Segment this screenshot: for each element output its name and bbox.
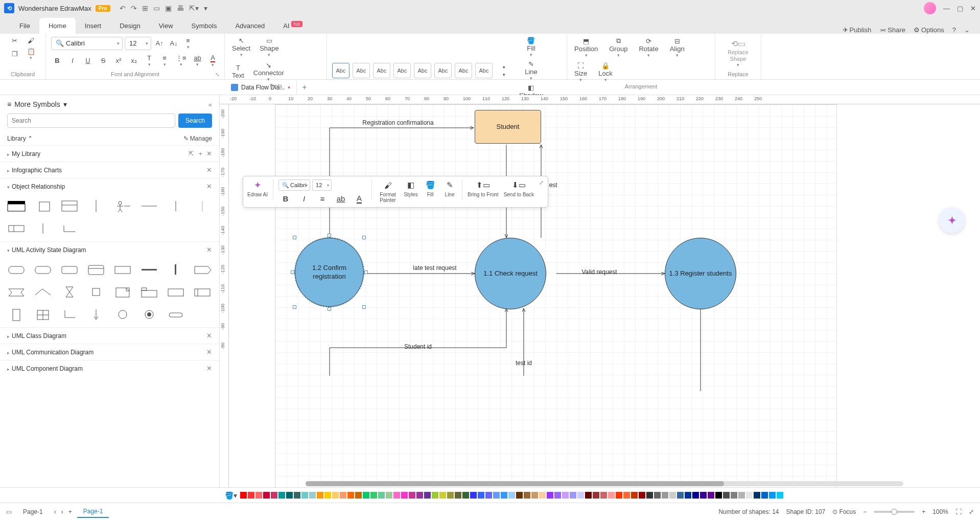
color-swatch[interactable] <box>554 492 561 499</box>
export-button[interactable]: ⇱▾ <box>189 4 199 12</box>
color-swatch[interactable] <box>731 492 737 499</box>
color-swatch[interactable] <box>608 492 615 499</box>
label-late-test[interactable]: late test request <box>404 264 465 272</box>
float-format-painter-icon[interactable]: 🖌 <box>381 179 395 191</box>
section-uml-activity[interactable]: ▾UML Activity State Diagram ✕ <box>0 242 219 258</box>
symbol-search-button[interactable]: Search <box>178 114 212 128</box>
shape-sync-bar[interactable] <box>138 261 160 279</box>
close-window-button[interactable]: ✕ <box>970 5 976 12</box>
style-preset-6[interactable]: Abc <box>434 63 452 78</box>
color-swatch[interactable] <box>447 492 454 499</box>
shape-state[interactable] <box>32 261 54 279</box>
color-swatch[interactable] <box>424 492 431 499</box>
shape-note[interactable] <box>111 283 134 302</box>
zoom-in-button[interactable]: + <box>922 508 925 515</box>
canvas-scrollbar-horizontal[interactable] <box>306 481 903 486</box>
color-swatch[interactable] <box>623 492 630 499</box>
page-tab-active[interactable]: Page-1 <box>77 506 109 518</box>
color-swatch[interactable] <box>570 492 576 499</box>
color-swatch[interactable] <box>593 492 599 499</box>
shape-composite[interactable] <box>85 261 107 279</box>
paste-button[interactable]: 📋 <box>25 47 37 61</box>
color-swatch[interactable] <box>654 492 661 499</box>
node-register-students[interactable]: 1.3 Register students <box>665 238 736 309</box>
label-test-id[interactable]: test id <box>503 359 544 367</box>
shape-actor[interactable] <box>111 197 134 216</box>
undo-button[interactable]: ↶ <box>120 4 126 12</box>
align-text-button[interactable]: ≡ <box>182 36 194 51</box>
float-styles-icon[interactable]: ◧ <box>404 179 418 191</box>
color-swatch[interactable] <box>393 492 400 499</box>
color-swatch[interactable] <box>746 492 753 499</box>
add-page-button[interactable]: + <box>68 508 72 515</box>
ai-fab-button[interactable]: ✦ <box>939 208 965 233</box>
color-swatch[interactable] <box>639 492 645 499</box>
user-avatar[interactable] <box>924 2 936 14</box>
color-swatch[interactable] <box>754 492 760 499</box>
shape-object[interactable] <box>111 261 134 279</box>
color-swatch[interactable] <box>340 492 346 499</box>
color-swatch[interactable] <box>562 492 569 499</box>
mylib-add-icon[interactable]: + <box>198 150 202 157</box>
open-button[interactable]: ▭ <box>153 4 160 12</box>
infographic-close-icon[interactable]: ✕ <box>206 166 212 174</box>
copy-button[interactable]: ❐ <box>9 47 21 61</box>
float-bring-front-icon[interactable]: ⬆▭ <box>476 179 490 191</box>
color-swatch[interactable] <box>784 492 791 499</box>
diagram-page[interactable]: Student 1.1 Check request 1.2 Confirm re… <box>275 104 837 487</box>
page-next-button[interactable]: › <box>61 508 63 515</box>
shape-class[interactable] <box>58 197 81 216</box>
color-swatch[interactable] <box>470 492 477 499</box>
rotate-button[interactable]: ⟳ Rotate <box>637 36 660 59</box>
menu-chevron-button[interactable]: ⌄ <box>964 26 970 34</box>
float-italic[interactable]: I <box>297 193 311 204</box>
fill-button[interactable]: 🪣 Fill <box>517 36 545 58</box>
color-swatch[interactable] <box>271 492 277 499</box>
color-swatch[interactable] <box>416 492 423 499</box>
save-button[interactable]: ▣ <box>165 4 172 12</box>
library-label[interactable]: Library ⌃ <box>7 135 33 142</box>
shape-frame[interactable] <box>165 283 187 302</box>
style-gallery-down[interactable]: ▾ <box>498 71 510 78</box>
maximize-button[interactable]: ▢ <box>957 5 963 12</box>
increase-font-button[interactable]: A↑ <box>153 38 166 48</box>
page-prev-button[interactable]: ‹ <box>54 508 56 515</box>
align-button[interactable]: ⊟ Align <box>668 36 687 59</box>
float-font-size[interactable]: 12 <box>312 179 332 191</box>
shape-signal-send[interactable] <box>5 283 28 302</box>
shape-hline-arrow[interactable] <box>138 197 160 216</box>
color-swatch[interactable] <box>524 492 530 499</box>
shape-signal-recv[interactable] <box>191 261 214 279</box>
shape-split-rect[interactable] <box>5 220 28 238</box>
color-swatch[interactable] <box>600 492 607 499</box>
color-swatch[interactable] <box>585 492 592 499</box>
tab-home[interactable]: Home <box>39 18 76 34</box>
line-spacing-button[interactable]: ≡ <box>158 53 171 68</box>
color-swatch[interactable] <box>777 492 783 499</box>
color-swatch[interactable] <box>547 492 553 499</box>
color-swatch[interactable] <box>248 492 254 499</box>
color-swatch[interactable] <box>501 492 507 499</box>
shape-square[interactable] <box>85 283 107 302</box>
tab-view[interactable]: View <box>150 18 182 34</box>
float-fill-icon[interactable]: 🪣 <box>423 179 437 191</box>
select-tool-button[interactable]: ↖ Select <box>230 36 252 58</box>
text-tool-button[interactable]: T Text <box>230 60 246 83</box>
position-button[interactable]: ⬒ Position <box>572 36 600 59</box>
highlight-button[interactable]: ab <box>192 53 204 68</box>
size-button[interactable]: ⛶ Size <box>572 61 589 83</box>
page-switcher-icon[interactable]: ▭ <box>6 508 12 515</box>
shape-elbow[interactable] <box>58 306 81 324</box>
help-button[interactable]: ? <box>952 26 956 34</box>
color-swatch[interactable] <box>301 492 308 499</box>
color-swatch[interactable] <box>577 492 584 499</box>
mylib-export-icon[interactable]: ⇱ <box>189 150 194 157</box>
color-swatch[interactable] <box>700 492 707 499</box>
line-button[interactable]: ✎ Line <box>517 59 545 82</box>
italic-button[interactable]: I <box>66 56 79 65</box>
shape-swimlane-v[interactable] <box>5 306 28 324</box>
color-swatch[interactable] <box>286 492 293 499</box>
shape-vline[interactable] <box>85 197 107 216</box>
replace-shape-button[interactable]: ⟲▭ Replace Shape <box>720 38 756 69</box>
fullscreen-button[interactable]: ⤢ <box>969 508 974 515</box>
